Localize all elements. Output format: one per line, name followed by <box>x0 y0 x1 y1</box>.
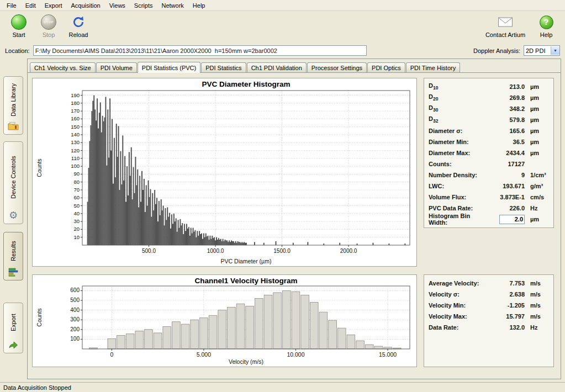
stat-velocity-min-value: -1.205 <box>486 302 525 309</box>
location-label: Location: <box>5 47 30 54</box>
tab-pdi-statistics-pvc[interactable]: PDI Statistics (PVC) <box>138 62 200 73</box>
start-button-label: Start <box>12 31 25 38</box>
stat-velocity-max-unit: m/s <box>525 313 549 320</box>
reload-button[interactable]: Reload <box>65 13 92 38</box>
tab-ch1-velocity-vs-size[interactable]: Ch1 Velocity vs. Size <box>30 62 96 72</box>
svg-text:190: 190 <box>71 92 80 98</box>
stat-velocity-sigma-row: Velocity σ:2.638m/s <box>427 289 550 300</box>
stat-d20-label: D20 <box>429 93 486 102</box>
stat-diameter-max-label: Diameter Max: <box>429 150 486 156</box>
svg-text:160: 160 <box>71 115 80 121</box>
doppler-analysis-select[interactable]: 2D PDI ▼ <box>524 45 560 56</box>
svg-text:70: 70 <box>73 187 80 193</box>
stat-histogram-bin-width-unit: µm <box>525 216 549 223</box>
stat-average-velocity-unit: m/s <box>525 280 549 287</box>
svg-text:100: 100 <box>71 163 80 169</box>
svg-text:80: 80 <box>73 179 80 185</box>
stat-diameter-sigma-value: 165.6 <box>486 128 525 134</box>
stat-lwc-label: LWC: <box>429 183 486 189</box>
svg-text:5.000: 5.000 <box>197 351 211 358</box>
svg-text:60: 60 <box>73 194 80 200</box>
sidebar-item-data-library[interactable]: Data Library <box>3 76 23 135</box>
stat-diameter-max-value: 2434.4 <box>486 150 525 156</box>
menu-item-edit[interactable]: Edit <box>21 1 40 10</box>
svg-text:90: 90 <box>73 171 80 177</box>
location-bar: Location: Doppler Analysis: 2D PDI ▼ <box>0 44 565 57</box>
start-button[interactable]: Start <box>6 13 32 38</box>
side-tab-bar: Data LibraryDevice Controls⚙ResultsExpor… <box>0 57 27 382</box>
stat-counts-label: Counts: <box>429 161 486 167</box>
sidebar-item-export[interactable]: Export <box>3 303 23 353</box>
menu-item-scripts[interactable]: Scripts <box>130 1 157 10</box>
svg-text:30: 30 <box>73 218 80 224</box>
tab-pdi-volume[interactable]: PDI Volume <box>96 62 137 72</box>
tab-pdi-time-history[interactable]: PDI Time History <box>406 62 461 72</box>
svg-text:2000.0: 2000.0 <box>340 248 357 254</box>
doppler-analysis-label: Doppler Analysis: <box>473 47 520 54</box>
stat-data-rate-unit: Hz <box>525 324 549 331</box>
contact-artium-button[interactable]: Contact Artium <box>484 13 526 38</box>
stat-lwc-value: 193.671 <box>486 183 525 189</box>
stat-number-density-value: 9 <box>486 172 525 178</box>
stat-diameter-max-unit: µm <box>525 150 549 156</box>
stat-d10-unit: µm <box>525 83 549 90</box>
menu-item-export[interactable]: Export <box>40 1 67 10</box>
results-icon <box>8 268 18 277</box>
stat-d20-row: D20269.8µm <box>427 92 550 103</box>
location-input[interactable] <box>33 45 367 56</box>
stat-diameter-sigma-unit: µm <box>525 128 549 134</box>
histogram-bin-width-input[interactable] <box>499 215 525 224</box>
stat-average-velocity-row: Average Velocity:7.753m/s <box>427 278 550 289</box>
stat-velocity-max-label: Velocity Max: <box>429 313 486 320</box>
tab-ch1-pdi-validation[interactable]: Ch1 PDI Validation <box>247 62 307 72</box>
toolbar-right-group: Contact Artium ? Help <box>484 13 559 38</box>
tab-pdi-statistics[interactable]: PDI Statistics <box>201 62 246 72</box>
stat-volume-flux-value: 3.873E-1 <box>486 194 525 200</box>
tab-strip: Ch1 Velocity vs. SizePDI VolumePDI Stati… <box>28 59 561 73</box>
stat-pvc-data-rate-value: 226.0 <box>486 205 525 211</box>
svg-text:PVC Diameter (µm): PVC Diameter (µm) <box>221 258 272 264</box>
stat-data-rate-row: Data Rate:132.0Hz <box>427 322 550 333</box>
stat-d32-label: D32 <box>429 115 486 124</box>
stop-button[interactable]: STOP Stop <box>35 13 62 38</box>
status-bar: Data Acquisition Stopped <box>0 382 565 392</box>
stat-volume-flux-unit: cm/s <box>525 194 549 200</box>
reload-icon <box>71 14 86 30</box>
tab-processor-settings[interactable]: Processor Settings <box>307 62 367 72</box>
svg-text:120: 120 <box>71 147 80 153</box>
svg-text:140: 140 <box>71 131 80 137</box>
menu-item-network[interactable]: Network <box>157 1 188 10</box>
start-icon <box>11 14 27 30</box>
menu-bar: FileEditExportAcquisitionViewsScriptsNet… <box>0 0 565 11</box>
chevron-down-icon: ▼ <box>551 46 559 55</box>
menu-item-acquisition[interactable]: Acquisition <box>67 1 105 10</box>
sidebar-item-results[interactable]: Results <box>3 232 23 280</box>
stat-velocity-max-row: Velocity Max:15.797m/s <box>427 311 550 322</box>
stat-d30-unit: µm <box>525 105 549 112</box>
pvc-diameter-histogram-panel: 1020304050607080901001101201301401501601… <box>32 78 417 267</box>
gear-icon: ⚙ <box>9 210 18 220</box>
svg-text:500: 500 <box>70 297 80 303</box>
svg-text:50: 50 <box>73 203 80 209</box>
sidebar-item-label: Device Controls <box>10 146 17 208</box>
svg-text:0: 0 <box>110 351 113 358</box>
stat-velocity-min-row: Velocity Min:-1.205m/s <box>427 300 550 311</box>
stat-d20-value: 269.8 <box>486 94 525 101</box>
menu-item-help[interactable]: Help <box>188 1 210 10</box>
svg-text:1500.0: 1500.0 <box>273 248 291 254</box>
aims-application-window: FileEditExportAcquisitionViewsScriptsNet… <box>0 0 565 392</box>
stat-diameter-min-label: Diameter Min: <box>429 139 486 145</box>
menu-item-views[interactable]: Views <box>105 1 130 10</box>
stat-histogram-bin-width-row: Histogram Bin Width:µm <box>427 214 550 225</box>
svg-text:600: 600 <box>70 287 80 293</box>
tab-pdi-optics[interactable]: PDI Optics <box>367 62 405 72</box>
stat-diameter-min-value: 36.5 <box>486 139 525 145</box>
stat-average-velocity-value: 7.753 <box>486 280 525 287</box>
help-button[interactable]: ? Help <box>533 13 559 38</box>
svg-text:180: 180 <box>71 100 80 106</box>
stat-pvc-data-rate-label: PVC Data Rate: <box>429 205 486 211</box>
velocity-stats-panel: Average Velocity:7.753m/sVelocity σ:2.63… <box>424 274 554 367</box>
sidebar-item-device-controls[interactable]: Device Controls⚙ <box>3 141 23 224</box>
menu-item-file[interactable]: File <box>2 1 21 10</box>
stat-lwc-unit: g/m³ <box>525 183 549 189</box>
